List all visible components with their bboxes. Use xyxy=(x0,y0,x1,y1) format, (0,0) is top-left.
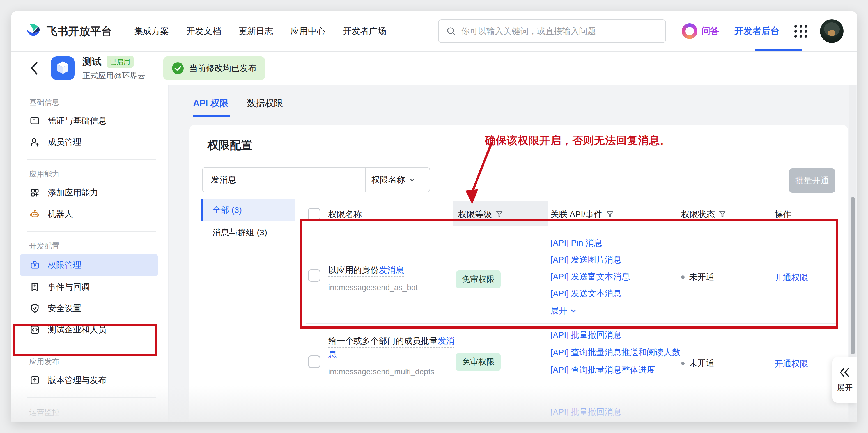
sidebar-item-version-release[interactable]: 版本管理与发布 xyxy=(11,370,168,391)
back-button[interactable] xyxy=(28,60,40,77)
qa-gradient-icon[interactable] xyxy=(682,23,698,39)
chevron-down-icon xyxy=(408,176,416,183)
select-all-checkbox[interactable] xyxy=(308,208,320,221)
sidebar-item-permissions[interactable]: 权限管理 xyxy=(20,254,158,276)
sidebar-item-bot[interactable]: 机器人 xyxy=(11,203,168,225)
filter-funnel-icon[interactable] xyxy=(606,210,614,219)
sidebar-item-events[interactable]: 事件与回调 xyxy=(11,276,168,298)
api-link[interactable]: [API] Pin 消息 xyxy=(551,236,684,249)
api-link[interactable]: [API] 发送文本消息 xyxy=(551,287,684,300)
top-navbar: 飞书开放平台 集成方案 开发文档 更新日志 应用中心 开发者广场 问答 开发者后… xyxy=(11,11,857,52)
sidebar-section-basic-info: 基础信息 xyxy=(11,94,168,110)
sidebar-item-credentials[interactable]: 凭证与基础信息 xyxy=(11,110,168,132)
brand-name: 飞书开放平台 xyxy=(46,24,112,38)
bookmark-plus-icon xyxy=(29,281,40,293)
sidebar-item-label: 版本管理与发布 xyxy=(48,375,106,386)
category-list: 全部 (3) 消息与群组 (3) xyxy=(201,199,296,244)
api-link[interactable]: [API] 查询批量消息推送和阅读人数 xyxy=(551,346,684,359)
id-card-icon xyxy=(29,115,40,126)
red-annotation-text: 确保该权限开启，否则无法回复消息。 xyxy=(485,134,671,148)
status-cell: 未开通 xyxy=(681,357,714,369)
app-header: 测试 已启用 正式应用@环界云 当前修改均已发布 xyxy=(11,52,857,85)
header-permission-level: 权限等级 xyxy=(458,209,492,220)
api-link[interactable]: [API] 发送图片消息 xyxy=(551,253,684,266)
api-links: [API] 批量撤回消息 [API] 查询批量消息推送和阅读 xyxy=(551,405,684,422)
scrollbar-thumb[interactable] xyxy=(850,197,855,354)
filter-field-select[interactable]: 权限名称 xyxy=(365,168,422,192)
nav-link-changelog[interactable]: 更新日志 xyxy=(239,25,273,37)
permission-code: im:message:send_as_bot xyxy=(328,283,455,292)
nav-link-solutions[interactable]: 集成方案 xyxy=(134,25,169,37)
filter-funnel-icon[interactable] xyxy=(495,210,503,219)
feishu-logo-icon xyxy=(25,23,42,40)
expand-panel-button[interactable]: 展开 xyxy=(832,357,857,403)
tab-data-permissions[interactable]: 数据权限 xyxy=(247,97,283,118)
nav-links: 集成方案 开发文档 更新日志 应用中心 开发者广场 xyxy=(134,25,386,37)
app-window: 飞书开放平台 集成方案 开发文档 更新日志 应用中心 开发者广场 问答 开发者后… xyxy=(11,11,857,422)
category-message-group[interactable]: 消息与群组 (3) xyxy=(201,221,296,244)
shield-check-icon xyxy=(29,303,40,314)
level-tag: 免审权限 xyxy=(456,353,501,371)
sidebar-item-label: 测试企业和人员 xyxy=(48,324,106,336)
apps-grid-icon[interactable] xyxy=(795,25,807,38)
level-tag: 免审权限 xyxy=(456,270,501,288)
permission-name[interactable]: 以应用的身份发消息 xyxy=(328,265,404,277)
chevron-down-icon xyxy=(570,308,577,314)
table-row-send-multi-users: 给多个用户批量发消息 [API] 批量撤回消息 [API] 查询批量消息推送和阅… xyxy=(306,399,837,422)
table-header: 权限名称 权限等级 关联 API/事件 权限状态 操作 xyxy=(306,200,837,227)
bulk-enable-button[interactable]: 批量开通 xyxy=(789,169,835,193)
sidebar-item-label: 成员管理 xyxy=(48,137,81,148)
header-permission-status: 权限状态 xyxy=(681,209,715,220)
grid-plus-icon xyxy=(29,187,40,198)
upload-box-icon xyxy=(29,375,40,386)
api-link[interactable]: [API] 批量撤回消息 xyxy=(551,405,684,418)
check-circle-icon xyxy=(172,62,184,75)
permission-search-input[interactable] xyxy=(203,168,365,192)
sidebar-item-add-capability[interactable]: 添加应用能力 xyxy=(11,182,168,203)
sidebar-item-test-enterprise[interactable]: 测试企业和人员 xyxy=(11,319,168,340)
sidebar-divider xyxy=(11,391,168,404)
permission-code: im:message:send_multi_depts xyxy=(328,367,455,376)
sidebar-item-security[interactable]: 安全设置 xyxy=(11,298,168,319)
row-checkbox[interactable] xyxy=(308,269,320,282)
qa-link[interactable]: 问答 xyxy=(701,25,719,37)
nav-link-docs[interactable]: 开发文档 xyxy=(186,25,221,37)
sidebar-item-label: 安全设置 xyxy=(48,303,81,314)
status-cell: 未开通 xyxy=(681,271,714,283)
category-all[interactable]: 全部 (3) xyxy=(201,199,296,221)
status-dot-icon xyxy=(681,362,684,365)
enable-permission-link[interactable]: 开通权限 xyxy=(775,358,808,370)
user-avatar[interactable] xyxy=(820,19,844,43)
table-row-send-multi-depts: 给一个或多个部门的成员批量发消息 im:message:send_multi_d… xyxy=(306,324,837,399)
dev-console-link[interactable]: 开发者后台 xyxy=(735,25,779,37)
app-name: 测试 xyxy=(83,55,101,68)
active-tab-indicator xyxy=(193,115,230,117)
expand-panel-label: 展开 xyxy=(837,382,852,393)
brand[interactable]: 飞书开放平台 xyxy=(25,23,112,40)
expand-apis-link[interactable]: 展开 xyxy=(551,305,577,316)
sidebar-item-members[interactable]: 成员管理 xyxy=(11,132,168,153)
global-search-box[interactable] xyxy=(438,19,666,43)
search-input[interactable] xyxy=(461,26,658,36)
nav-link-dev-plaza[interactable]: 开发者广场 xyxy=(343,25,386,37)
search-icon xyxy=(446,26,456,36)
api-link[interactable]: [API] 发送富文本消息 xyxy=(551,270,684,283)
sidebar-item-label: 权限管理 xyxy=(48,259,81,271)
sidebar-divider xyxy=(11,225,168,238)
sidebar-section-dev-config: 开发配置 xyxy=(11,238,168,254)
filter-funnel-icon[interactable] xyxy=(718,210,726,219)
enable-permission-link[interactable]: 开通权限 xyxy=(775,272,808,283)
sidebar-section-capabilities: 应用能力 xyxy=(11,166,168,182)
double-chevron-left-icon xyxy=(839,367,851,378)
api-link[interactable]: [API] 查询批量消息整体进度 xyxy=(551,363,684,376)
api-links: [API] Pin 消息 [API] 发送图片消息 [API] 发送富文本消息 … xyxy=(551,236,684,316)
permission-name[interactable]: 给一个或多个部门的成员批量发消息 xyxy=(328,336,455,361)
api-link[interactable]: [API] 批量撤回消息 xyxy=(551,328,684,342)
table-row-send-as-bot: 以应用的身份发消息 im:message:send_as_bot 免审权限 [A… xyxy=(306,227,837,324)
row-checkbox[interactable] xyxy=(308,355,320,368)
permission-search-group: 权限名称 xyxy=(202,167,430,192)
briefcase-lock-icon xyxy=(29,259,40,271)
active-nav-indicator xyxy=(755,49,802,51)
api-links: [API] 批量撤回消息 [API] 查询批量消息推送和阅读人数 [API] 查… xyxy=(551,328,684,376)
nav-link-app-center[interactable]: 应用中心 xyxy=(291,25,326,37)
